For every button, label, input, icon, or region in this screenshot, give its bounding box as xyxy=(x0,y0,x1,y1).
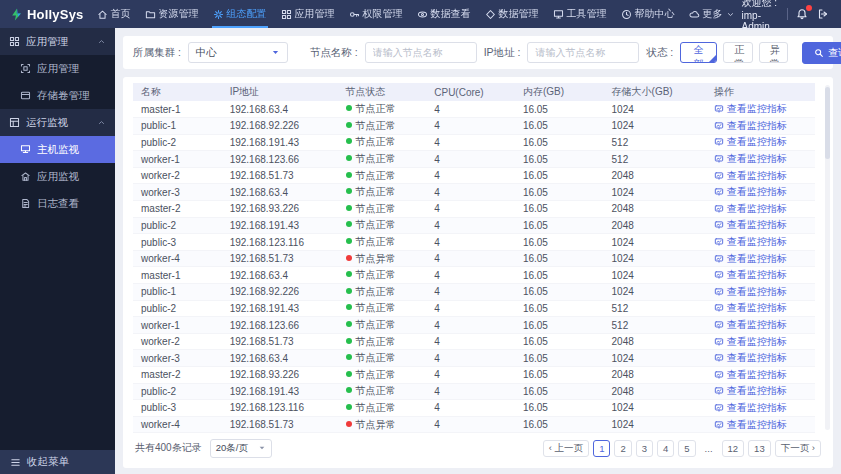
node-name: public-2 xyxy=(133,383,222,400)
view-metrics-link[interactable]: 查看监控指标 xyxy=(714,268,787,282)
status-dot-icon xyxy=(346,321,352,327)
node-name: worker-4 xyxy=(133,250,222,267)
nav-item-gear[interactable]: 组态配置 xyxy=(206,0,274,28)
sidebar-item-log[interactable]: 日志查看 xyxy=(0,190,115,217)
nav-item-key[interactable]: 权限管理 xyxy=(342,0,410,28)
node-storage: 1024 xyxy=(604,101,706,118)
status-option-2[interactable]: 异常 xyxy=(759,42,789,63)
node-cpu: 4 xyxy=(426,267,515,284)
view-metrics-link[interactable]: 查看监控指标 xyxy=(714,418,787,432)
table-row: master-1192.168.63.4节点正常416.051024查看监控指标 xyxy=(133,267,815,284)
node-name: public-3 xyxy=(133,400,222,417)
record-count: 共有400条记录 xyxy=(135,441,202,455)
nav-item-app-grid[interactable]: 应用管理 xyxy=(274,0,342,28)
node-mem: 16.05 xyxy=(515,118,604,135)
query-button[interactable]: 查询 xyxy=(802,42,841,64)
view-metrics-link[interactable]: 查看监控指标 xyxy=(714,384,787,398)
nav-item-eye[interactable]: 数据查看 xyxy=(410,0,478,28)
nav-item-home[interactable]: 首页 xyxy=(90,0,138,28)
view-metrics-link[interactable]: 查看监控指标 xyxy=(714,218,787,232)
view-metrics-link[interactable]: 查看监控指标 xyxy=(714,202,787,216)
node-name: public-2 xyxy=(133,300,222,317)
action-chart-icon xyxy=(714,204,724,214)
node-ip: 192.168.191.43 xyxy=(222,300,338,317)
node-name: master-2 xyxy=(133,201,222,218)
node-storage: 2048 xyxy=(604,383,706,400)
status-option-1[interactable]: 正常 xyxy=(723,42,753,63)
view-metrics-link[interactable]: 查看监控指标 xyxy=(714,351,787,365)
page-button-3[interactable]: 3 xyxy=(636,440,653,457)
action-chart-icon xyxy=(714,270,724,280)
page-button-1[interactable]: 1 xyxy=(593,440,610,457)
page-size-select[interactable]: 20条/页 xyxy=(210,439,272,458)
node-name-input[interactable] xyxy=(365,42,477,63)
view-metrics-link[interactable]: 查看监控指标 xyxy=(714,235,787,249)
page-button-2[interactable]: 2 xyxy=(614,440,631,457)
page-button-13[interactable]: 13 xyxy=(748,440,771,457)
node-name: master-1 xyxy=(133,101,222,118)
node-cpu: 4 xyxy=(426,167,515,184)
nav-item-folder[interactable]: 资源管理 xyxy=(138,0,206,28)
view-metrics-link[interactable]: 查看监控指标 xyxy=(714,401,787,415)
nav-item-diamond[interactable]: 数据管理 xyxy=(478,0,546,28)
page-button-4[interactable]: 4 xyxy=(657,440,674,457)
sidebar-item-app-monitor[interactable]: 应用监视 xyxy=(0,163,115,190)
node-storage: 2048 xyxy=(604,217,706,234)
sidebar-item-host[interactable]: 主机监视 xyxy=(0,136,115,163)
sidebar-item-app[interactable]: 应用管理 xyxy=(0,55,115,82)
search-icon xyxy=(814,48,824,58)
nav-item-monitor[interactable]: 工具管理 xyxy=(546,0,614,28)
table-row: worker-2192.168.51.73节点正常416.052048查看监控指… xyxy=(133,333,815,350)
grid-icon xyxy=(9,36,20,47)
view-metrics-link[interactable]: 查看监控指标 xyxy=(714,185,787,199)
view-metrics-link[interactable]: 查看监控指标 xyxy=(714,318,787,332)
status-dot-icon xyxy=(346,387,352,393)
node-cpu: 4 xyxy=(426,416,515,433)
ip-input[interactable] xyxy=(527,42,639,63)
node-name: worker-4 xyxy=(133,416,222,433)
view-metrics-link[interactable]: 查看监控指标 xyxy=(714,335,787,349)
column-header: 操作 xyxy=(706,83,815,101)
node-status: 节点正常 xyxy=(338,400,427,417)
status-dot-icon xyxy=(346,421,352,427)
app-logo[interactable]: HollySys xyxy=(0,0,84,28)
collapse-menu-label: 收起菜单 xyxy=(27,455,69,469)
view-metrics-link[interactable]: 查看监控指标 xyxy=(714,119,787,133)
view-metrics-link[interactable]: 查看监控指标 xyxy=(714,252,787,266)
view-metrics-link[interactable]: 查看监控指标 xyxy=(714,368,787,382)
prev-page-button[interactable]: ‹ 上一页 xyxy=(543,440,589,457)
node-mem: 16.05 xyxy=(515,167,604,184)
column-header: CPU(Core) xyxy=(426,83,515,101)
sidebar-section-monitor-grid[interactable]: 运行监视 xyxy=(0,109,115,136)
collapse-menu-button[interactable]: 收起菜单 xyxy=(0,450,115,474)
notifications-button[interactable] xyxy=(796,8,808,20)
view-metrics-link[interactable]: 查看监控指标 xyxy=(714,285,787,299)
action-chart-icon xyxy=(714,254,724,264)
view-metrics-link[interactable]: 查看监控指标 xyxy=(714,301,787,315)
table-row: public-2192.168.191.43节点正常416.052048查看监控… xyxy=(133,217,815,234)
status-option-0[interactable]: 全部状态 xyxy=(680,42,717,63)
node-cpu: 4 xyxy=(426,383,515,400)
sidebar: 应用管理应用管理存储卷管理运行监视主机监视应用监视日志查看 收起菜单 xyxy=(0,28,115,474)
view-metrics-link[interactable]: 查看监控指标 xyxy=(714,102,787,116)
node-status: 节点异常 xyxy=(338,250,427,267)
logout-icon[interactable] xyxy=(817,8,829,20)
scrollbar-thumb[interactable] xyxy=(825,87,830,159)
view-metrics-link[interactable]: 查看监控指标 xyxy=(714,135,787,149)
next-page-button[interactable]: 下一页 › xyxy=(775,440,821,457)
status-dot-icon xyxy=(346,105,352,111)
sidebar-item-storage[interactable]: 存储卷管理 xyxy=(0,82,115,109)
page-button-5[interactable]: 5 xyxy=(678,440,695,457)
page-button-12[interactable]: 12 xyxy=(722,440,745,457)
view-metrics-link[interactable]: 查看监控指标 xyxy=(714,152,787,166)
action-chart-icon xyxy=(714,403,724,413)
node-status: 节点正常 xyxy=(338,101,427,118)
nav-item-help[interactable]: 帮助中心 xyxy=(614,0,682,28)
nav-item-cloud[interactable]: 更多 xyxy=(682,0,742,28)
view-metrics-link[interactable]: 查看监控指标 xyxy=(714,169,787,183)
sidebar-section-grid[interactable]: 应用管理 xyxy=(0,28,115,55)
gear-icon xyxy=(213,9,224,20)
table-scrollbar[interactable] xyxy=(825,85,830,430)
cluster-select[interactable]: 中心 xyxy=(188,42,288,63)
node-ip: 192.168.63.4 xyxy=(222,101,338,118)
